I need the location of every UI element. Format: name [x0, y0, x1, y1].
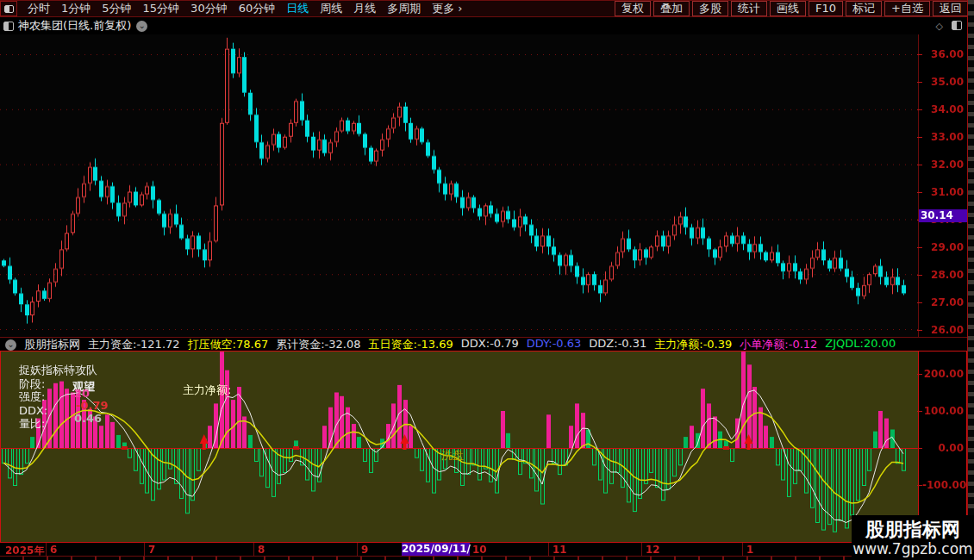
indicator-axis-label: -100.00 [922, 479, 964, 491]
indicator-readout: DDZ:-0.31 [589, 338, 646, 352]
toolbar-button[interactable]: +自选 [884, 1, 930, 16]
indicator-header: ⌄ 股朋指标网 主力资金:-121.72打压做空:78.67累计资金:-32.0… [0, 338, 967, 352]
period-item[interactable]: 1分钟 [61, 1, 91, 16]
title-bar: 神农集团(日线.前复权) ⌄ ◇ [0, 17, 974, 34]
layout-icon[interactable] [0, 1, 17, 16]
period-item[interactable]: 15分钟 [143, 1, 180, 16]
price-axis-label: 33.00 [922, 131, 964, 143]
indicator-readout: 主力净额:-0.39 [654, 338, 732, 352]
toolbar-button[interactable]: 标记 [846, 1, 882, 16]
toolbar-actions: 复权叠加多股统计画线F10标记+自选返回 [615, 1, 974, 16]
title-chevron-down-icon[interactable]: ⌄ [136, 21, 147, 32]
month-label: 6 [50, 544, 57, 556]
period-item[interactable]: 30分钟 [190, 1, 228, 16]
indicator-bar-canvas [0, 352, 918, 542]
period-item[interactable]: 多周期 [387, 1, 421, 16]
period-menu: 分时1分钟5分钟15分钟30分钟60分钟日线周线月线多周期更多 › [21, 1, 463, 16]
price-axis-label: 28.00 [922, 269, 964, 281]
indicator-readout: 小单净额:-0.12 [740, 338, 817, 352]
toolbar-button[interactable]: 画线 [770, 1, 806, 16]
price-axis-label: 31.00 [922, 186, 964, 198]
toolbar-button[interactable]: F10 [809, 1, 843, 16]
indicator-axis-label: 0.00 [922, 442, 964, 454]
watermark: 股朋指标网 www.7gpzb.com [852, 515, 974, 560]
indicator-readout: 打压做空:78.67 [188, 338, 269, 352]
month-label: 1 [746, 544, 753, 556]
panel-layout-icon [4, 5, 14, 13]
toolbar-button[interactable]: 多股 [692, 1, 728, 16]
indicator-axis: 200.00100.000.00-100.00 [918, 352, 967, 542]
toolbar-button[interactable]: 统计 [731, 1, 767, 16]
period-item[interactable]: 日线 [286, 1, 309, 16]
period-item[interactable]: 周线 [320, 1, 342, 16]
diamond-icon[interactable]: ◇ [936, 21, 943, 32]
period-item[interactable]: 5分钟 [102, 1, 131, 16]
period-item[interactable]: 分时 [28, 1, 50, 16]
month-label: 9 [361, 544, 368, 556]
price-axis-label: 26.00 [922, 324, 964, 336]
period-item[interactable]: 60分钟 [239, 1, 276, 16]
indicator-axis-label: 100.00 [922, 405, 964, 417]
right-edge-strip [967, 0, 974, 560]
indicator-readout: 五日资金:-13.69 [369, 338, 453, 352]
window-icon[interactable] [952, 21, 962, 30]
main-candlestick-canvas [0, 34, 918, 338]
indicator-readout: DDY:-0.63 [527, 338, 582, 352]
indicator-readout: 主力资金:-121.72 [88, 338, 180, 352]
price-axis: 36.0035.0034.0033.0032.0031.0030.0029.00… [918, 34, 967, 338]
month-label: 11 [553, 544, 567, 556]
app-window: 分时1分钟5分钟15分钟30分钟60分钟日线周线月线多周期更多 › 复权叠加多股… [0, 0, 974, 560]
indicator-brand: 股朋指标网 [24, 338, 80, 352]
mini-layout-icon[interactable] [3, 22, 14, 31]
indicator-chevron-down-icon[interactable]: ⌄ [5, 339, 16, 351]
indicator-axis-label: 200.00 [922, 368, 964, 380]
month-label: 8 [258, 544, 265, 556]
indicator-readout: ZJQDL:20.00 [825, 338, 896, 352]
period-item[interactable]: 月线 [353, 1, 376, 16]
selected-date-tag: 2025/09/11/四 [402, 543, 470, 556]
watermark-url: www.7gpzb.com [852, 540, 972, 557]
top-toolbar: 分时1分钟5分钟15分钟30分钟60分钟日线周线月线多周期更多 › 复权叠加多股… [0, 0, 974, 17]
price-axis-label: 36.00 [922, 48, 964, 60]
period-item[interactable]: 更多 › [432, 1, 462, 16]
price-axis-label: 35.00 [922, 76, 964, 88]
current-price-tag: 30.14 [919, 209, 967, 222]
toolbar-button[interactable]: 叠加 [653, 1, 690, 16]
date-axis: 2025年 67891011121 2025/09/11/四 [0, 543, 967, 556]
month-label: 12 [646, 544, 660, 556]
price-axis-label: 27.00 [922, 296, 964, 308]
month-label: 7 [148, 544, 155, 556]
toolbar-button[interactable]: 复权 [615, 1, 651, 16]
price-axis-label: 29.00 [922, 241, 964, 253]
price-axis-label: 34.00 [922, 103, 964, 115]
indicator-readouts: 主力资金:-121.72打压做空:78.67累计资金:-32.08五日资金:-1… [88, 338, 896, 352]
bottom-tick-strip[interactable] [0, 556, 967, 560]
page-title: 神农集团(日线.前复权) [18, 18, 131, 34]
toolbar-button[interactable]: 返回 [933, 1, 969, 16]
price-axis-label: 32.00 [922, 159, 964, 171]
watermark-brand: 股朋指标网 [865, 519, 960, 540]
indicator-readout: DDX:-0.79 [461, 338, 519, 352]
indicator-readout: 累计资金:-32.08 [276, 338, 360, 352]
month-label: 10 [472, 544, 487, 556]
